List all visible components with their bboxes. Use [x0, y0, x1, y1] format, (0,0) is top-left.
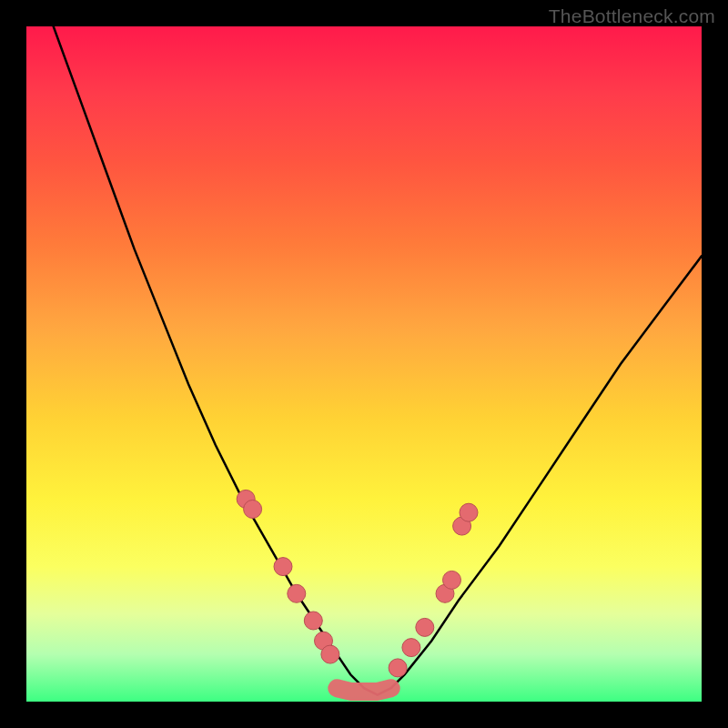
data-marker — [460, 503, 478, 521]
plot-area — [26, 26, 702, 702]
data-marker — [244, 500, 262, 519]
chart-frame: TheBottleneck.com — [0, 0, 728, 728]
data-marker — [389, 659, 407, 677]
data-marker — [443, 571, 461, 589]
data-marker — [402, 639, 420, 657]
data-marker — [274, 558, 292, 576]
watermark-text: TheBottleneck.com — [549, 5, 715, 27]
bottleneck-curve — [54, 26, 702, 695]
data-marker — [416, 618, 434, 636]
data-marker — [321, 645, 339, 663]
data-marker — [304, 612, 322, 630]
data-marker — [288, 584, 306, 602]
curve-floor-band — [337, 688, 390, 692]
chart-overlay — [26, 26, 702, 702]
